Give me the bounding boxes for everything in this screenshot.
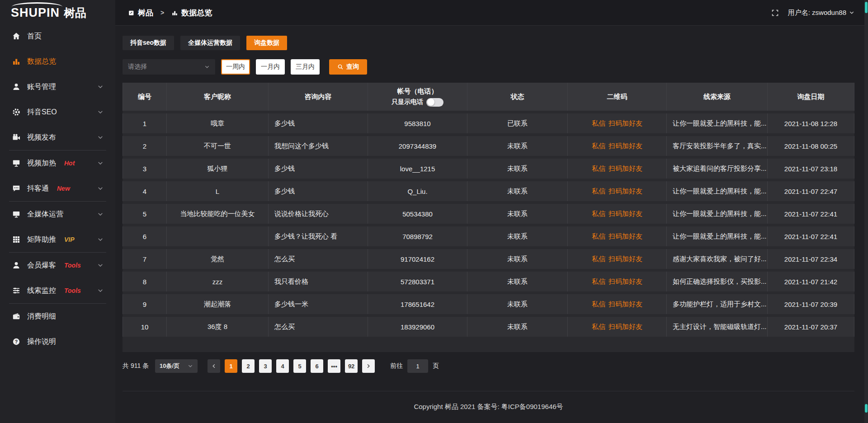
private-message-link[interactable]: 私信	[592, 277, 605, 286]
sidebar-item-video-heat[interactable]: 视频加热Hot	[0, 150, 115, 176]
cell-nickname: 潮起潮落	[167, 294, 269, 314]
cell-lead-source[interactable]: 让你一眼就爱上的黑科技，能...	[667, 204, 768, 224]
cell-lead-source[interactable]: 让你一眼就爱上的黑科技，能...	[667, 113, 768, 133]
cell-qrcode: 私信 扫码加好友	[568, 159, 667, 179]
table-header-row: 编号客户昵称咨询内容 帐号（电话） 只显示电话 状态二维码线索来源询盘日期	[123, 83, 854, 111]
cell-qrcode: 私信 扫码加好友	[568, 136, 667, 156]
cell-lead-source[interactable]: 感谢大家喜欢我家，被问了好...	[667, 249, 768, 269]
tab-inquiry-data[interactable]: 询盘数据	[246, 36, 287, 50]
filter-select-placeholder: 请选择	[128, 63, 147, 71]
topbar: 树品 > 数据总览 用户名: zswodun88	[115, 0, 868, 26]
scan-add-friend-link[interactable]: 扫码加好友	[609, 187, 642, 196]
scan-add-friend-link[interactable]: 扫码加好友	[609, 255, 642, 263]
sidebar-item-clue-monitor[interactable]: 线索监控Tools	[0, 278, 115, 303]
private-message-link[interactable]: 私信	[592, 255, 605, 263]
sidebar-item-douketong[interactable]: 抖客通New	[0, 176, 115, 201]
tab-douyin-seo-data[interactable]: 抖音seo数据	[123, 36, 174, 50]
page-ellipsis-button[interactable]: •••	[328, 359, 340, 373]
sidebar-item-consumption-detail[interactable]: 消费明细	[0, 304, 115, 329]
cell-account: 2097344839	[368, 136, 467, 156]
sidebar-item-member-baoke[interactable]: 会员爆客Tools	[0, 253, 115, 278]
scan-add-friend-link[interactable]: 扫码加好友	[609, 277, 642, 286]
sidebar-item-data-overview[interactable]: 数据总览	[0, 49, 115, 74]
private-message-link[interactable]: 私信	[592, 142, 605, 150]
wallet-icon	[12, 312, 21, 321]
table-row: 7觉然怎么买917024162未联系 私信 扫码加好友 感谢大家喜欢我家，被问了…	[123, 249, 854, 269]
page-size-select[interactable]: 10条/页	[155, 359, 198, 373]
cell-lead-source[interactable]: 让你一眼就爱上的黑科技，能...	[667, 181, 768, 201]
phone-toggle-row: 只显示电话	[392, 98, 443, 107]
chart-icon	[12, 57, 21, 66]
tab-omni-media-data[interactable]: 全媒体运营数据	[180, 36, 240, 50]
page-button-2[interactable]: 2	[242, 359, 255, 373]
sidebar-item-video-publish[interactable]: 视频发布	[0, 125, 115, 150]
query-button-label: 查询	[346, 63, 359, 71]
sidebar-item-omni-media[interactable]: 全媒体运营	[0, 202, 115, 227]
brand-name-cn: 树品	[64, 5, 86, 20]
cell-inquiry-content: 多少钱	[269, 113, 368, 133]
column-header: 咨询内容	[269, 83, 368, 111]
scan-add-friend-link[interactable]: 扫码加好友	[609, 210, 642, 218]
scan-add-friend-link[interactable]: 扫码加好友	[609, 164, 642, 173]
cell-lead-source[interactable]: 让你一眼就爱上的黑科技，能...	[667, 226, 768, 246]
cell-lead-source[interactable]: 多功能护栏灯，适用于乡村文...	[667, 294, 768, 314]
column-header: 询盘日期	[768, 83, 854, 111]
sidebar-item-home[interactable]: 首页	[0, 24, 115, 49]
brand-logo[interactable]: SHUPIN 树品	[0, 0, 115, 23]
cell-lead-source[interactable]: 如何正确选择投影仪，买投影...	[667, 272, 768, 291]
sidebar-item-account-management[interactable]: 账号管理	[0, 74, 115, 99]
phone-toggle-label: 只显示电话	[392, 98, 423, 106]
user-menu[interactable]: 用户名: zswodun88	[788, 9, 854, 17]
private-message-link[interactable]: 私信	[592, 187, 605, 196]
cell-lead-source[interactable]: 无主灯设计，智能磁吸轨道灯...	[667, 317, 768, 337]
private-message-link[interactable]: 私信	[592, 232, 605, 241]
private-message-link[interactable]: 私信	[592, 164, 605, 173]
private-message-link[interactable]: 私信	[592, 300, 605, 309]
date-range-button-3[interactable]: 三月内	[291, 59, 320, 75]
private-message-link[interactable]: 私信	[592, 119, 605, 128]
page-button-1[interactable]: 1	[225, 359, 237, 373]
next-page-button[interactable]	[362, 359, 375, 373]
scan-add-friend-link[interactable]: 扫码加好友	[609, 119, 642, 128]
phone-only-toggle[interactable]	[426, 98, 443, 107]
query-button[interactable]: 查询	[329, 59, 367, 75]
page-button-3[interactable]: 3	[259, 359, 272, 373]
cell-nickname	[167, 226, 269, 246]
date-range-button-1[interactable]: 一周内	[221, 59, 250, 75]
table-row: 3狐小狸多少钱love__1215未联系 私信 扫码加好友 被大家追着问的客厅投…	[123, 159, 854, 179]
sidebar-item-matrix-boost[interactable]: 矩阵助推VIP	[0, 227, 115, 252]
page-button-6[interactable]: 6	[311, 359, 323, 373]
page-button-5[interactable]: 5	[293, 359, 306, 373]
page-button-92[interactable]: 92	[345, 359, 358, 373]
sidebar-item-douyin-seo[interactable]: 抖音SEO	[0, 99, 115, 125]
cell-qrcode: 私信 扫码加好友	[568, 226, 667, 246]
filter-select[interactable]: 请选择	[123, 59, 215, 75]
breadcrumb-item-home[interactable]: 树品	[138, 8, 153, 18]
fullscreen-icon[interactable]	[771, 9, 779, 17]
cell-status: 未联系	[467, 181, 568, 201]
cell-lead-source[interactable]: 客厅安装投影半年多了，真实...	[667, 136, 768, 156]
scan-add-friend-link[interactable]: 扫码加好友	[609, 323, 642, 331]
page-footer: Copyright 树品 2021 备案号: 粤ICP备09019646号	[123, 391, 854, 411]
sidebar-item-label: 消费明细	[27, 312, 56, 321]
scan-add-friend-link[interactable]: 扫码加好友	[609, 142, 642, 150]
sidebar-item-operation-guide[interactable]: ? 操作说明	[0, 329, 115, 354]
scan-add-friend-link[interactable]: 扫码加好友	[609, 232, 642, 241]
cell-row-number: 10	[123, 317, 167, 337]
page-scrollbar[interactable]	[864, 0, 868, 423]
sliders-icon	[12, 286, 21, 295]
home-icon	[12, 32, 21, 41]
cell-lead-source[interactable]: 被大家追着问的客厅投影分享...	[667, 159, 768, 179]
prev-page-button[interactable]	[208, 359, 220, 373]
cell-row-number: 9	[123, 294, 167, 314]
page-button-4[interactable]: 4	[276, 359, 289, 373]
scan-add-friend-link[interactable]: 扫码加好友	[609, 300, 642, 309]
cell-status: 未联系	[467, 249, 568, 269]
total-count-label: 共 911 条	[123, 362, 149, 370]
scrollbar-thumb[interactable]	[865, 2, 868, 13]
private-message-link[interactable]: 私信	[592, 323, 605, 331]
column-header: 二维码	[568, 83, 667, 111]
goto-page-input[interactable]: 1	[407, 359, 428, 373]
private-message-link[interactable]: 私信	[592, 210, 605, 218]
date-range-button-2[interactable]: 一月内	[256, 59, 285, 75]
